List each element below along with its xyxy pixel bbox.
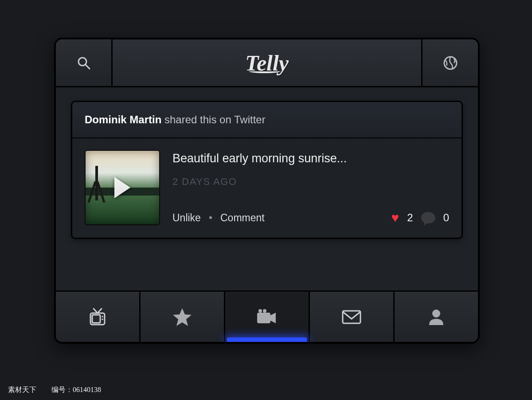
svg-point-10 — [258, 309, 262, 313]
nav-star[interactable] — [141, 292, 225, 342]
search-icon — [76, 55, 91, 71]
nav-mail[interactable] — [310, 292, 395, 342]
brand-logo: Telly — [245, 50, 289, 76]
watermark: 素材天下 编号：06140138 — [8, 385, 101, 395]
watermark-code-label: 编号： — [51, 386, 73, 393]
author-name[interactable]: Dominik Martin — [85, 114, 161, 125]
card-body: Beautiful early morning sunrise... 2 DAY… — [72, 138, 462, 238]
mail-icon — [341, 309, 362, 325]
svg-line-1 — [86, 65, 90, 69]
comment-icon[interactable] — [421, 212, 435, 224]
video-thumbnail[interactable] — [85, 150, 160, 225]
profile-icon — [426, 307, 446, 327]
share-source: shared this on Twitter — [161, 114, 265, 125]
watermark-site: 素材天下 — [8, 386, 38, 393]
card-header: Dominik Martin shared this on Twitter — [72, 102, 462, 138]
star-icon — [172, 306, 193, 328]
like-count: 2 — [407, 212, 413, 224]
top-bar: Telly — [56, 39, 478, 87]
stats: ♥ 2 0 — [391, 210, 449, 225]
bottom-nav — [56, 290, 478, 342]
card-info: Beautiful early morning sunrise... 2 DAY… — [172, 150, 449, 225]
tv-icon — [87, 307, 108, 327]
active-indicator — [227, 337, 307, 343]
svg-rect-6 — [92, 315, 100, 323]
feed-card: Dominik Martin shared this on Twitter Be… — [71, 101, 463, 239]
globe-icon — [442, 55, 458, 71]
svg-point-11 — [263, 309, 266, 313]
timestamp: 2 DAYS AGO — [172, 176, 449, 188]
video-title[interactable]: Beautiful early morning sunrise... — [172, 152, 449, 165]
heart-icon[interactable]: ♥ — [391, 210, 399, 225]
app-panel: Telly Dominik Martin shared this on Twit… — [54, 38, 480, 344]
content-area: Dominik Martin shared this on Twitter Be… — [56, 87, 478, 290]
unlike-button[interactable]: Unlike — [172, 212, 201, 224]
svg-rect-9 — [257, 313, 270, 323]
brand-area: Telly — [113, 39, 421, 86]
globe-button[interactable] — [421, 39, 478, 86]
svg-point-7 — [102, 316, 103, 318]
svg-point-13 — [432, 310, 440, 318]
camera-icon — [255, 308, 278, 326]
nav-tv[interactable] — [56, 292, 141, 342]
svg-point-8 — [102, 318, 103, 320]
comment-count: 0 — [443, 212, 449, 224]
separator-dot: • — [209, 212, 212, 224]
nav-profile[interactable] — [395, 292, 478, 342]
search-button[interactable] — [56, 39, 113, 86]
action-row: Unlike • Comment ♥ 2 0 — [172, 210, 449, 225]
nav-camera[interactable] — [225, 292, 310, 342]
svg-rect-12 — [343, 311, 360, 323]
comment-button[interactable]: Comment — [220, 212, 265, 224]
play-icon — [114, 177, 130, 198]
watermark-code: 06140138 — [73, 386, 101, 393]
